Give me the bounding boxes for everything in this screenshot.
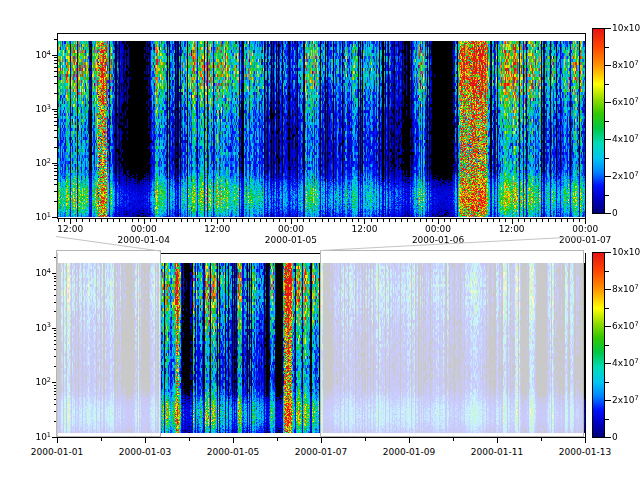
bottom-colorbar-label-base: 10x10	[612, 247, 640, 257]
top_panel-y-minor-tick	[54, 63, 57, 64]
top-x-minor-tick	[444, 219, 445, 222]
bottom-colorbar-major-tick	[605, 289, 611, 290]
top-x-minor-tick	[475, 219, 476, 222]
top-x-minor-tick	[548, 219, 549, 222]
top_panel-y-label: 103	[26, 104, 51, 115]
top-colorbar-major-tick	[605, 28, 611, 29]
bottom-colorbar-label-exp: 7	[635, 320, 639, 328]
top-colorbar-label: 8x107	[612, 60, 639, 71]
top-x-minor-tick	[420, 219, 421, 222]
bottom_panel-y-label: 103	[26, 323, 51, 334]
top_panel-y-minor-tick	[54, 111, 57, 112]
top-x-minor-tick	[322, 219, 323, 222]
bottom-x-date-label: 2000-01-05	[207, 447, 259, 457]
top_panel-y-label: 101	[26, 212, 51, 223]
bottom-colorbar	[592, 252, 605, 438]
bottom-colorbar-major-tick	[605, 363, 611, 364]
top-colorbar-label-base: 0	[612, 208, 618, 218]
top-x-minor-tick	[211, 219, 212, 222]
bottom-colorbar-label-base: 6x10	[612, 321, 635, 331]
top_panel-y-minor-tick	[54, 191, 57, 192]
top_panel-y-minor-tick	[54, 171, 57, 172]
top-x-minor-tick	[573, 219, 574, 222]
bottom-x-date-label: 2000-01-01	[31, 447, 83, 457]
top-colorbar-minor-tick	[605, 84, 609, 85]
top-x-minor-tick	[536, 219, 537, 222]
bottom-colorbar-label-exp: 7	[635, 357, 639, 365]
top-x-minor-tick	[407, 219, 408, 222]
top_panel-y-label: 104	[26, 50, 51, 61]
top-colorbar-major-tick	[605, 176, 611, 177]
bottom_panel-y-label-base: 10	[35, 323, 46, 333]
bottom-x-tick	[321, 438, 322, 443]
bottom-x-tick	[189, 438, 190, 441]
top-x-minor-tick	[132, 219, 133, 222]
top-x-minor-tick	[334, 219, 335, 222]
top_panel-y-label: 102	[26, 158, 51, 169]
top_panel-y-label-exp: 3	[47, 103, 51, 111]
top-x-minor-tick	[395, 219, 396, 222]
top-x-minor-tick	[162, 219, 163, 222]
top_panel-y-minor-tick	[54, 168, 57, 169]
top_panel-y-minor-tick	[54, 165, 57, 166]
top-x-minor-tick	[555, 219, 556, 222]
top_panel-y-minor-tick	[54, 175, 57, 176]
bottom-x-date-label: 2000-01-07	[295, 447, 347, 457]
top_panel-y-minor-tick	[54, 117, 57, 118]
top-colorbar	[592, 28, 605, 214]
bottom-x-tick	[233, 438, 234, 443]
top-x-time-label: 00:00	[131, 224, 157, 234]
bottom-x-date-label: 2000-01-03	[119, 447, 171, 457]
bottom-x-tick	[145, 438, 146, 443]
bottom-colorbar-label: 2x107	[612, 395, 639, 406]
top-x-minor-tick	[260, 219, 261, 222]
top_panel-y-minor-tick	[54, 67, 57, 68]
top-x-minor-tick	[328, 219, 329, 222]
top-colorbar-label-base: 8x10	[612, 60, 635, 70]
bottom_panel-y-label-exp: 3	[47, 321, 51, 329]
top-x-minor-tick	[168, 219, 169, 222]
top-x-minor-tick	[89, 219, 90, 222]
top-x-minor-tick	[279, 219, 280, 222]
bottom-x-tick	[453, 438, 454, 441]
top_panel-y-minor-tick	[54, 184, 57, 185]
top_panel-y-minor-tick	[54, 147, 57, 148]
top-colorbar-major-tick	[605, 139, 611, 140]
top_panel-y-label-exp: 1	[47, 211, 51, 219]
top-x-minor-tick	[230, 219, 231, 222]
top_panel-y-minor-tick	[54, 83, 57, 84]
top_panel-y-minor-tick	[54, 114, 57, 115]
top-x-minor-tick	[463, 219, 464, 222]
bottom-colorbar-minor-tick	[605, 271, 609, 272]
top-colorbar-label-exp: 7	[635, 133, 639, 141]
top-x-minor-tick	[530, 219, 531, 222]
top-x-minor-tick	[236, 219, 237, 222]
bottom-colorbar-label-exp: 7	[635, 394, 639, 402]
top-x-minor-tick	[187, 219, 188, 222]
bottom-x-tick	[277, 438, 278, 441]
bottom-colorbar-label-base: 8x10	[612, 284, 635, 294]
top-colorbar-label: 2x107	[612, 171, 639, 182]
bottom-colorbar-minor-tick	[605, 308, 609, 309]
bottom_panel-y-label-exp: 4	[47, 267, 51, 275]
top-x-minor-tick	[383, 219, 384, 222]
top-x-minor-tick	[499, 219, 500, 222]
top-colorbar-label-exp: 7	[635, 96, 639, 104]
top-x-minor-tick	[561, 219, 562, 222]
top_panel-y-minor-tick	[54, 201, 57, 202]
top-x-minor-tick	[315, 219, 316, 222]
top-x-minor-tick	[456, 219, 457, 222]
dim-overlay-right	[320, 250, 584, 437]
top-x-minor-tick	[58, 219, 59, 222]
top-x-minor-tick	[125, 219, 126, 222]
bottom-colorbar-major-tick	[605, 326, 611, 327]
spectrogram-figure: 12:0000:002000-01-0412:0000:002000-01-05…	[0, 0, 640, 480]
bottom-colorbar-minor-tick	[605, 345, 609, 346]
top_panel-y-major-tick	[52, 163, 57, 164]
top-x-minor-tick	[174, 219, 175, 222]
bottom-x-tick	[409, 438, 410, 443]
bottom-x-tick	[57, 438, 58, 443]
top_panel-y-minor-tick	[54, 57, 57, 58]
bottom_panel-y-label: 104	[26, 268, 51, 279]
top-x-minor-tick	[242, 219, 243, 222]
